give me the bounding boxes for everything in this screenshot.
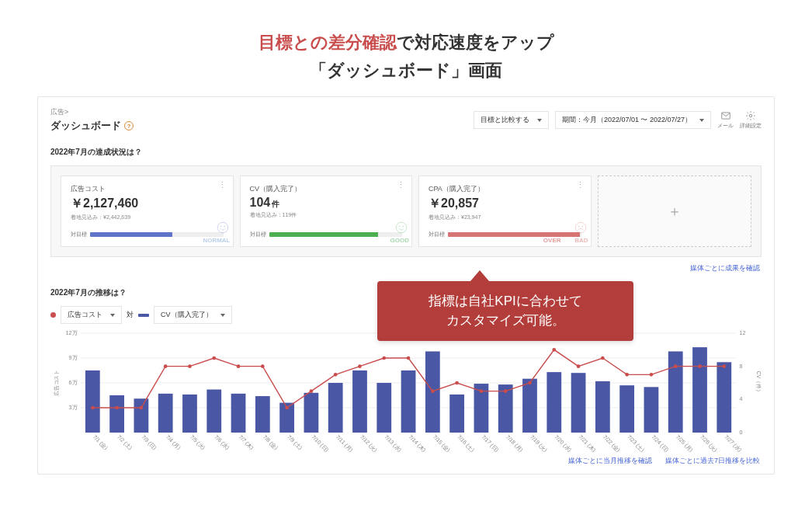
svg-text:CV（件）: CV（件） — [755, 371, 762, 395]
svg-text:7/21 (木): 7/21 (木) — [578, 434, 597, 453]
svg-text:7/10 (日): 7/10 (日) — [310, 434, 329, 453]
svg-point-69 — [504, 389, 508, 393]
svg-rect-26 — [109, 395, 124, 433]
svg-point-6 — [399, 226, 401, 228]
svg-text:7/8 (金): 7/8 (金) — [262, 434, 279, 451]
svg-point-10 — [581, 226, 583, 228]
legend-swatch-cost — [50, 312, 56, 318]
svg-rect-40 — [449, 395, 464, 433]
kpi-more-icon[interactable]: ⋮ — [576, 181, 585, 189]
metric-b-dropdown[interactable]: CV（購入完了） — [154, 306, 232, 324]
svg-point-76 — [674, 364, 678, 368]
kpi-over-label: OVER — [543, 237, 561, 244]
mail-button[interactable]: メール — [717, 110, 734, 130]
svg-text:7/4 (月): 7/4 (月) — [165, 434, 182, 451]
kpi-label: CPA（購入完了） — [429, 184, 581, 194]
plus-icon: ＋ — [668, 202, 682, 221]
svg-text:7/1 (金): 7/1 (金) — [92, 434, 109, 451]
callout-line2: カスタマイズ可能。 — [391, 311, 619, 331]
status-section-title: 2022年7月の達成状況は？ — [50, 147, 762, 158]
svg-point-77 — [698, 364, 702, 368]
settings-button[interactable]: 詳細設定 — [740, 110, 762, 130]
svg-point-58 — [237, 364, 241, 368]
svg-text:7/9 (土): 7/9 (土) — [286, 434, 303, 451]
svg-point-63 — [358, 364, 362, 368]
legend-swatch-cv — [138, 314, 149, 317]
metric-a-dropdown[interactable]: 広告コスト — [61, 306, 122, 324]
kpi-label: CV（購入完了） — [250, 184, 403, 194]
svg-text:7/19 (火): 7/19 (火) — [529, 434, 548, 453]
svg-rect-27 — [134, 398, 149, 433]
help-icon[interactable]: ? — [124, 121, 134, 130]
kpi-sublabel: 着地見込み：¥2,442,639 — [71, 214, 224, 221]
svg-point-54 — [140, 406, 144, 410]
gear-icon — [745, 110, 756, 121]
svg-text:0: 0 — [740, 429, 743, 435]
settings-label: 詳細設定 — [740, 122, 762, 130]
svg-rect-47 — [619, 385, 634, 433]
svg-point-4 — [224, 226, 225, 228]
svg-rect-43 — [522, 379, 537, 433]
svg-point-64 — [382, 356, 386, 360]
svg-point-67 — [455, 381, 459, 385]
svg-point-78 — [722, 364, 726, 368]
period-dropdown[interactable]: 期間：今月（2022/07/01 〜 2022/07/27） — [555, 111, 711, 129]
svg-point-74 — [625, 373, 629, 377]
svg-point-5 — [396, 222, 407, 233]
kpi-card[interactable]: ⋮ CPA（購入完了） ￥20,857 着地見込み：¥23,947 対目標 OV… — [418, 176, 592, 247]
svg-text:7/13 (水): 7/13 (水) — [383, 434, 402, 453]
svg-text:7/25 (月): 7/25 (月) — [675, 434, 694, 453]
svg-rect-32 — [255, 396, 270, 433]
svg-rect-46 — [595, 381, 610, 433]
svg-text:7/11 (月): 7/11 (月) — [335, 434, 354, 453]
hero-heading: 目標との差分確認で対応速度をアップ 「ダッシュボード」画面 — [0, 0, 812, 96]
svg-rect-44 — [547, 372, 561, 433]
svg-text:6万: 6万 — [69, 380, 78, 385]
svg-text:7/14 (木): 7/14 (木) — [408, 434, 427, 453]
kpi-more-icon[interactable]: ⋮ — [397, 181, 405, 189]
link-media-month-trend[interactable]: 媒体ごとに当月推移を確認 — [568, 457, 652, 464]
smile-face-icon — [394, 221, 408, 235]
kpi-card[interactable]: ⋮ CV（購入完了） 104件 着地見込み：119件 対目標 GOOD — [240, 176, 413, 247]
svg-point-71 — [552, 348, 556, 352]
kpi-sublabel: 着地見込み：119件 — [250, 211, 403, 219]
svg-text:4: 4 — [740, 396, 743, 402]
svg-rect-49 — [668, 351, 683, 433]
page-title: ダッシュボード — [50, 119, 121, 133]
svg-text:7/20 (水): 7/20 (水) — [553, 434, 572, 453]
svg-rect-50 — [692, 347, 707, 433]
svg-text:12: 12 — [740, 330, 746, 336]
svg-point-72 — [577, 364, 581, 368]
compare-dropdown[interactable]: 目標と比較する — [474, 111, 549, 129]
svg-text:9万: 9万 — [69, 355, 78, 360]
kpi-value: 104件 — [250, 196, 403, 210]
svg-point-68 — [480, 389, 484, 393]
add-kpi-card[interactable]: ＋ — [598, 176, 752, 247]
metric-b-label: CV（購入完了） — [161, 310, 213, 320]
link-media-7d-trend[interactable]: 媒体ごとに過去7日推移を比較 — [665, 457, 760, 464]
kpi-cards-container: ⋮ 広告コスト ￥2,127,460 着地見込み：¥2,442,639 対目標 … — [50, 165, 762, 257]
svg-point-9 — [578, 226, 580, 228]
svg-point-57 — [212, 356, 216, 360]
smile-face-icon — [216, 221, 230, 235]
svg-rect-30 — [206, 390, 221, 433]
svg-point-60 — [285, 406, 289, 410]
chevron-down-icon — [220, 314, 225, 317]
kpi-card[interactable]: ⋮ 広告コスト ￥2,127,460 着地見込み：¥2,442,639 対目標 … — [61, 176, 234, 247]
kpi-label: 広告コスト — [71, 184, 224, 194]
link-media-results[interactable]: 媒体ごとに成果を確認 — [690, 264, 760, 272]
svg-text:7/22 (金): 7/22 (金) — [602, 434, 621, 453]
svg-point-62 — [334, 373, 338, 377]
svg-point-55 — [164, 364, 168, 368]
svg-rect-0 — [721, 113, 730, 119]
kpi-value: ￥2,127,460 — [71, 196, 224, 212]
svg-text:7/15 (金): 7/15 (金) — [432, 434, 451, 453]
svg-rect-38 — [401, 370, 416, 433]
svg-text:7/6 (水): 7/6 (水) — [213, 434, 230, 451]
hero-highlight: 目標との差分確認 — [259, 33, 397, 52]
kpi-more-icon[interactable]: ⋮ — [218, 181, 227, 189]
kpi-bar-fill — [269, 232, 379, 237]
svg-text:7/27 (水): 7/27 (水) — [723, 434, 742, 453]
metric-a-label: 広告コスト — [68, 310, 102, 320]
kpi-bar-track — [269, 232, 403, 237]
